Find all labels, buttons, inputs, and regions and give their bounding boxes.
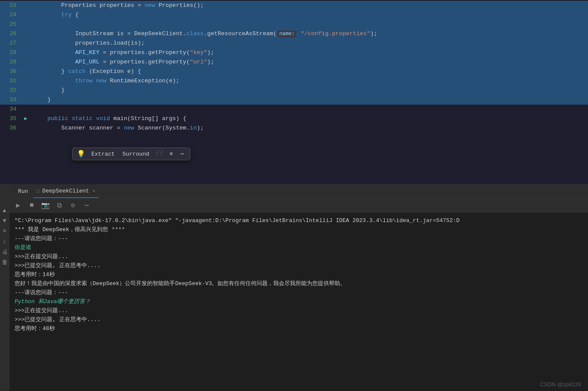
console-output: "C:\Program Files\Java\jdk-17.0.2\bin\ja… <box>9 213 588 391</box>
code-line: 26 InputStream is = DeepSeekClient.class… <box>0 29 588 39</box>
line-number: 32 <box>0 86 21 95</box>
code-line: 28 API_KEY = properties.getProperty("key… <box>0 48 588 57</box>
line-number: 30 <box>0 67 21 76</box>
stop-button[interactable]: ■ <box>27 200 37 211</box>
console-line: 思考用时：14秒 <box>15 271 583 279</box>
line-number: 24 <box>0 10 21 20</box>
code-content: } <box>30 86 588 95</box>
code-line: 23 Properties properties = new Propertie… <box>0 1 588 10</box>
tab-close-button[interactable]: × <box>93 189 96 194</box>
print-icon[interactable]: 🖨 <box>2 249 8 256</box>
wrap-icon[interactable]: ≡ <box>3 228 6 235</box>
run-button[interactable]: ▶ <box>24 114 27 123</box>
tab-run[interactable]: Run <box>13 185 33 198</box>
play-button[interactable]: ▶ <box>13 200 23 211</box>
code-line: 31 throw new RuntimeException(e); <box>0 76 588 86</box>
console-line: 你是谁 <box>15 244 583 252</box>
code-content: Scanner scanner = new Scanner(System.in)… <box>30 123 588 133</box>
line-number: 34 <box>0 105 21 114</box>
record-button[interactable]: ⊙ <box>68 200 78 211</box>
bottom-panel: ▲ ▼ ≡ ⇩ 🖨 🗑 Run □ DeepSeekClient × ▶ ■ 📷… <box>0 184 588 391</box>
panel-toolbar: ▶ ■ 📷 ⧉ ⊙ ⋯ <box>9 199 588 213</box>
console-line: "C:\Program Files\Java\jdk-17.0.2\bin\ja… <box>15 217 583 225</box>
run-gutter: ▶ <box>21 114 30 123</box>
console-line: >>>已提交问题, 正在思考中.... <box>15 262 583 270</box>
panel-tabs: Run □ DeepSeekClient × <box>9 185 588 199</box>
code-line: 29 API_URL = properties.getProperty("url… <box>0 57 588 67</box>
scroll-down-icon[interactable]: ▼ <box>3 217 6 224</box>
file-icon: □ <box>36 188 39 194</box>
console-line: Python 和Java哪个更厉害？ <box>15 298 583 306</box>
line-number: 26 <box>0 29 21 39</box>
code-content: properties.load(is); <box>30 39 588 48</box>
code-line: 35▶ public static void main(String[] arg… <box>0 114 588 123</box>
code-line: 34 <box>0 105 588 114</box>
line-number: 25 <box>0 20 21 29</box>
pin-icon[interactable]: ⇩ <box>3 238 6 245</box>
line-number: 31 <box>0 76 21 86</box>
code-line: 33 } <box>0 95 588 105</box>
code-content: try { <box>30 10 588 20</box>
lightbulb-icon: 💡 <box>77 150 85 158</box>
line-number: 23 <box>0 1 21 10</box>
param-hint: name: <box>277 30 296 37</box>
line-number: 36 <box>0 123 21 133</box>
console-line: 思考用时：48秒 <box>15 325 583 333</box>
console-line: *** 我是 DeepSeek，很高兴见到您 **** <box>15 226 583 234</box>
surround-button[interactable]: Surround <box>121 150 151 158</box>
list-icon[interactable]: ≡ <box>168 150 175 158</box>
code-content: } catch (Exception e) { <box>30 67 588 76</box>
line-number: 27 <box>0 39 21 48</box>
extract-button[interactable]: Extract <box>90 150 117 158</box>
code-line: 36 Scanner scanner = new Scanner(System.… <box>0 123 588 133</box>
code-line: 30 } catch (Exception e) { <box>0 67 588 76</box>
console-line: >>>正在提交问题... <box>15 253 583 261</box>
tab-deepseek-client[interactable]: □ DeepSeekClient × <box>33 185 99 198</box>
code-line: 27 properties.load(is); <box>0 39 588 48</box>
line-number: 29 <box>0 57 21 67</box>
code-content: API_URL = properties.getProperty("url"); <box>30 57 588 67</box>
code-content: InputStream is = DeepSeekClient.class.ge… <box>30 29 588 39</box>
copy-button[interactable]: ⧉ <box>54 200 64 211</box>
code-content: API_KEY = properties.getProperty("key"); <box>30 48 588 57</box>
more-button[interactable]: ⋯ <box>81 200 92 211</box>
screenshot-button[interactable]: 📷 <box>40 200 51 211</box>
tab-label: DeepSeekClient <box>42 188 89 194</box>
console-line: ---请说您问题：--- <box>15 289 583 297</box>
console-line: ---请说您问题：--- <box>15 235 583 243</box>
line-number: 35 <box>0 114 21 123</box>
code-line: 24 try { <box>0 10 588 20</box>
clear-icon[interactable]: 🗑 <box>2 259 8 266</box>
console-line: >>>已提交问题, 正在思考中.... <box>15 316 583 324</box>
code-content: throw new RuntimeException(e); <box>30 76 588 86</box>
code-line: 25 <box>0 20 588 29</box>
editor-area: 23 Properties properties = new Propertie… <box>0 0 588 184</box>
action-bar: 💡 Extract Surround // ≡ ⋯ <box>72 147 190 160</box>
watermark: CSDN @zp8126 <box>540 381 581 388</box>
more-icon[interactable]: ⋯ <box>179 150 186 158</box>
line-number: 33 <box>0 95 21 105</box>
divider-icon: // <box>155 150 163 158</box>
code-content: public static void main(String[] args) { <box>30 114 588 123</box>
line-number: 28 <box>0 48 21 57</box>
code-content: Properties properties = new Properties()… <box>30 1 588 10</box>
console-line: 您好！我是由中国的深度求索（DeepSeek）公司开发的智能助手DeepSeek… <box>15 280 583 288</box>
code-content: } <box>30 95 588 105</box>
console-line: >>>正在提交问题... <box>15 307 583 315</box>
code-line: 32 } <box>0 86 588 95</box>
code-container: 23 Properties properties = new Propertie… <box>0 0 588 133</box>
scroll-up-icon[interactable]: ▲ <box>3 207 6 214</box>
